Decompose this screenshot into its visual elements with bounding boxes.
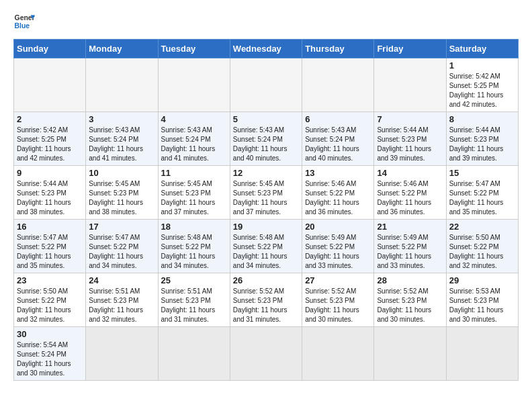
day-info: Sunrise: 5:43 AM Sunset: 5:24 PM Dayligh… bbox=[89, 126, 154, 163]
day-info: Sunrise: 5:43 AM Sunset: 5:24 PM Dayligh… bbox=[305, 126, 371, 163]
day-number: 30 bbox=[17, 329, 83, 339]
day-info: Sunrise: 5:46 AM Sunset: 5:22 PM Dayligh… bbox=[305, 179, 371, 217]
calendar-day-cell bbox=[302, 327, 374, 381]
calendar-day-cell: 6Sunrise: 5:43 AM Sunset: 5:24 PM Daylig… bbox=[302, 112, 374, 166]
day-number: 4 bbox=[161, 114, 227, 124]
calendar-day-cell: 30Sunrise: 5:54 AM Sunset: 5:24 PM Dayli… bbox=[14, 327, 86, 381]
weekday-header-saturday: Saturday bbox=[446, 40, 518, 58]
calendar-day-cell: 21Sunrise: 5:49 AM Sunset: 5:22 PM Dayli… bbox=[374, 220, 446, 273]
day-info: Sunrise: 5:44 AM Sunset: 5:23 PM Dayligh… bbox=[377, 126, 443, 163]
calendar-week-row: 30Sunrise: 5:54 AM Sunset: 5:24 PM Dayli… bbox=[14, 327, 519, 381]
calendar-day-cell bbox=[86, 58, 158, 112]
calendar-day-cell: 5Sunrise: 5:43 AM Sunset: 5:24 PM Daylig… bbox=[230, 112, 302, 166]
calendar-day-cell bbox=[86, 327, 158, 381]
calendar-day-cell: 9Sunrise: 5:44 AM Sunset: 5:23 PM Daylig… bbox=[14, 166, 86, 220]
day-info: Sunrise: 5:50 AM Sunset: 5:22 PM Dayligh… bbox=[17, 287, 83, 324]
day-number: 23 bbox=[17, 275, 83, 285]
day-info: Sunrise: 5:43 AM Sunset: 5:24 PM Dayligh… bbox=[233, 126, 299, 163]
page: General Blue SundayMondayTuesdayWednesda… bbox=[0, 0, 532, 387]
day-info: Sunrise: 5:53 AM Sunset: 5:23 PM Dayligh… bbox=[449, 287, 515, 324]
day-number: 6 bbox=[305, 114, 371, 124]
day-info: Sunrise: 5:51 AM Sunset: 5:23 PM Dayligh… bbox=[161, 287, 227, 324]
day-number: 9 bbox=[17, 168, 83, 178]
day-number: 13 bbox=[305, 168, 371, 178]
day-number: 16 bbox=[17, 222, 83, 232]
day-info: Sunrise: 5:47 AM Sunset: 5:22 PM Dayligh… bbox=[89, 233, 154, 271]
calendar-day-cell bbox=[158, 327, 230, 381]
day-number: 28 bbox=[377, 275, 443, 285]
calendar-day-cell: 23Sunrise: 5:50 AM Sunset: 5:22 PM Dayli… bbox=[14, 273, 86, 327]
calendar-day-cell bbox=[230, 327, 302, 381]
svg-text:Blue: Blue bbox=[15, 22, 30, 30]
day-info: Sunrise: 5:43 AM Sunset: 5:24 PM Dayligh… bbox=[161, 126, 227, 163]
day-number: 3 bbox=[89, 114, 154, 124]
calendar-week-row: 9Sunrise: 5:44 AM Sunset: 5:23 PM Daylig… bbox=[14, 166, 519, 220]
calendar-week-row: 1Sunrise: 5:42 AM Sunset: 5:25 PM Daylig… bbox=[14, 58, 519, 112]
calendar-week-row: 23Sunrise: 5:50 AM Sunset: 5:22 PM Dayli… bbox=[14, 273, 519, 327]
calendar-day-cell: 2Sunrise: 5:42 AM Sunset: 5:25 PM Daylig… bbox=[14, 112, 86, 166]
day-info: Sunrise: 5:42 AM Sunset: 5:25 PM Dayligh… bbox=[17, 126, 83, 163]
day-number: 20 bbox=[305, 222, 371, 232]
day-info: Sunrise: 5:45 AM Sunset: 5:23 PM Dayligh… bbox=[161, 179, 227, 217]
day-info: Sunrise: 5:52 AM Sunset: 5:23 PM Dayligh… bbox=[233, 287, 299, 324]
calendar-day-cell bbox=[302, 58, 374, 112]
calendar-day-cell: 20Sunrise: 5:49 AM Sunset: 5:22 PM Dayli… bbox=[302, 220, 374, 273]
day-number: 22 bbox=[449, 222, 515, 232]
calendar-day-cell: 28Sunrise: 5:52 AM Sunset: 5:23 PM Dayli… bbox=[374, 273, 446, 327]
calendar-day-cell: 16Sunrise: 5:47 AM Sunset: 5:22 PM Dayli… bbox=[14, 220, 86, 273]
day-info: Sunrise: 5:47 AM Sunset: 5:22 PM Dayligh… bbox=[449, 179, 515, 217]
weekday-header-thursday: Thursday bbox=[302, 40, 374, 58]
calendar-day-cell: 3Sunrise: 5:43 AM Sunset: 5:24 PM Daylig… bbox=[86, 112, 158, 166]
day-info: Sunrise: 5:46 AM Sunset: 5:22 PM Dayligh… bbox=[377, 179, 443, 217]
day-info: Sunrise: 5:52 AM Sunset: 5:23 PM Dayligh… bbox=[305, 287, 371, 324]
day-info: Sunrise: 5:49 AM Sunset: 5:22 PM Dayligh… bbox=[377, 233, 443, 271]
calendar-day-cell: 11Sunrise: 5:45 AM Sunset: 5:23 PM Dayli… bbox=[158, 166, 230, 220]
calendar-day-cell: 17Sunrise: 5:47 AM Sunset: 5:22 PM Dayli… bbox=[86, 220, 158, 273]
day-info: Sunrise: 5:45 AM Sunset: 5:23 PM Dayligh… bbox=[233, 179, 299, 217]
day-number: 12 bbox=[233, 168, 299, 178]
day-info: Sunrise: 5:42 AM Sunset: 5:25 PM Dayligh… bbox=[449, 72, 515, 109]
day-info: Sunrise: 5:54 AM Sunset: 5:24 PM Dayligh… bbox=[17, 340, 83, 378]
day-info: Sunrise: 5:49 AM Sunset: 5:22 PM Dayligh… bbox=[305, 233, 371, 271]
calendar-day-cell bbox=[14, 58, 86, 112]
logo: General Blue bbox=[13, 11, 35, 32]
day-info: Sunrise: 5:48 AM Sunset: 5:22 PM Dayligh… bbox=[161, 233, 227, 271]
day-number: 18 bbox=[161, 222, 227, 232]
day-info: Sunrise: 5:50 AM Sunset: 5:22 PM Dayligh… bbox=[449, 233, 515, 271]
day-number: 2 bbox=[17, 114, 83, 124]
calendar-day-cell: 12Sunrise: 5:45 AM Sunset: 5:23 PM Dayli… bbox=[230, 166, 302, 220]
calendar-day-cell: 24Sunrise: 5:51 AM Sunset: 5:23 PM Dayli… bbox=[86, 273, 158, 327]
calendar-day-cell: 10Sunrise: 5:45 AM Sunset: 5:23 PM Dayli… bbox=[86, 166, 158, 220]
calendar-week-row: 2Sunrise: 5:42 AM Sunset: 5:25 PM Daylig… bbox=[14, 112, 519, 166]
calendar-day-cell: 7Sunrise: 5:44 AM Sunset: 5:23 PM Daylig… bbox=[374, 112, 446, 166]
calendar-day-cell: 18Sunrise: 5:48 AM Sunset: 5:22 PM Dayli… bbox=[158, 220, 230, 273]
weekday-header-sunday: Sunday bbox=[14, 40, 86, 58]
calendar-day-cell bbox=[446, 327, 518, 381]
calendar-day-cell: 26Sunrise: 5:52 AM Sunset: 5:23 PM Dayli… bbox=[230, 273, 302, 327]
day-number: 25 bbox=[161, 275, 227, 285]
day-number: 27 bbox=[305, 275, 371, 285]
generalblue-logo-icon: General Blue bbox=[13, 11, 35, 32]
calendar-day-cell: 25Sunrise: 5:51 AM Sunset: 5:23 PM Dayli… bbox=[158, 273, 230, 327]
calendar-day-cell: 29Sunrise: 5:53 AM Sunset: 5:23 PM Dayli… bbox=[446, 273, 518, 327]
weekday-header-tuesday: Tuesday bbox=[158, 40, 230, 58]
day-info: Sunrise: 5:48 AM Sunset: 5:22 PM Dayligh… bbox=[233, 233, 299, 271]
weekday-header-monday: Monday bbox=[86, 40, 158, 58]
calendar-week-row: 16Sunrise: 5:47 AM Sunset: 5:22 PM Dayli… bbox=[14, 220, 519, 273]
day-number: 10 bbox=[89, 168, 154, 178]
calendar-day-cell: 1Sunrise: 5:42 AM Sunset: 5:25 PM Daylig… bbox=[446, 58, 518, 112]
day-number: 19 bbox=[233, 222, 299, 232]
day-info: Sunrise: 5:47 AM Sunset: 5:22 PM Dayligh… bbox=[17, 233, 83, 271]
calendar-day-cell: 22Sunrise: 5:50 AM Sunset: 5:22 PM Dayli… bbox=[446, 220, 518, 273]
day-info: Sunrise: 5:45 AM Sunset: 5:23 PM Dayligh… bbox=[89, 179, 154, 217]
calendar-day-cell bbox=[374, 327, 446, 381]
day-number: 11 bbox=[161, 168, 227, 178]
calendar-day-cell: 4Sunrise: 5:43 AM Sunset: 5:24 PM Daylig… bbox=[158, 112, 230, 166]
calendar-day-cell bbox=[158, 58, 230, 112]
day-number: 17 bbox=[89, 222, 154, 232]
weekday-header-wednesday: Wednesday bbox=[230, 40, 302, 58]
day-info: Sunrise: 5:44 AM Sunset: 5:23 PM Dayligh… bbox=[449, 126, 515, 163]
calendar-day-cell: 27Sunrise: 5:52 AM Sunset: 5:23 PM Dayli… bbox=[302, 273, 374, 327]
calendar-table: SundayMondayTuesdayWednesdayThursdayFrid… bbox=[13, 39, 519, 381]
day-number: 15 bbox=[449, 168, 515, 178]
